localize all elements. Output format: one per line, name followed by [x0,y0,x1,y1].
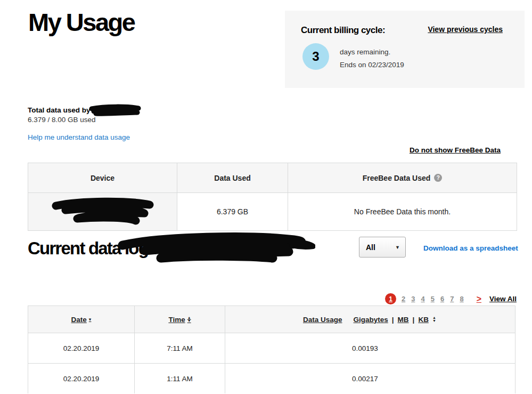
data-log-filter-select[interactable]: All ▼ [359,237,406,258]
data-usage-sort-control[interactable]: Data Usage [303,316,342,324]
page-button-3[interactable]: 3 [411,295,415,303]
device-table-header-row: Device Data Used FreeBee Data Used ? [28,163,517,192]
device-name-cell [28,192,177,230]
view-all-link[interactable]: View All [489,295,517,303]
data-log-table: Date ▾ Time ▲ ▼ Data Usage Gigabytes | M… [28,305,515,393]
sort-down-icon: ▼ [187,319,191,323]
page-button-2[interactable]: 2 [401,295,406,303]
usage-summary-text: 6.379 / 8.00 GB used [28,116,96,124]
device-table-row: 6.379 GB No FreeBee Data this month. [28,192,517,230]
unit-separator: | [413,316,415,324]
redaction-scribble [50,196,156,227]
freebee-column-header: FreeBee Data Used ? [288,163,517,192]
data-used-column-header: Data Used [177,163,288,192]
billing-cycle-label: Current billing cycle: [301,25,385,36]
data-used-cell: 6.379 GB [177,192,288,230]
data-log-row: 02.20.2019 1:11 AM 0.00217 [28,363,515,393]
billing-cycle-panel: Current billing cycle: View previous cyc… [285,11,525,88]
page-button-5[interactable]: 5 [430,295,435,303]
data-log-heading: Current data log for [28,238,173,259]
time-sort-control[interactable]: Time ▲ ▼ [168,316,191,324]
log-time-cell: 7:11 AM [135,333,225,363]
data-log-row: 02.20.2019 7:11 AM 0.00193 [28,333,515,363]
log-usage-cell: 0.00217 [225,363,515,393]
help-data-usage-link[interactable]: Help me understand data usage [28,133,130,141]
date-sort-control[interactable]: Date ▾ [71,316,92,324]
unit-kb-link[interactable]: KB [418,316,429,324]
unit-separator: | [392,316,394,324]
redaction-scribble [88,104,142,117]
usage-column-header: Data Usage Gigabytes | MB | KB ▲ ▼ [225,306,515,333]
sort-both-icon: ▲ ▼ [187,316,191,323]
freebee-data-cell: No FreeBee Data this month. [288,192,517,230]
hide-freebee-data-link[interactable]: Do not show FreeBee Data [410,146,501,154]
next-page-icon[interactable]: > [477,294,481,304]
billing-cycle-details: days remaining. Ends on 02/23/2019 [340,46,404,71]
cycle-end-date: Ends on 02/23/2019 [340,59,404,71]
device-column-header: Device [28,163,177,192]
view-previous-cycles-link[interactable]: View previous cycles [428,25,503,34]
page-button-4[interactable]: 4 [420,295,425,303]
chevron-down-icon: ▼ [395,245,400,250]
data-log-header-row: Date ▾ Time ▲ ▼ Data Usage Gigabytes | M… [28,306,515,333]
total-data-used-label: Total data used by [28,106,91,114]
log-date-cell: 02.20.2019 [28,333,135,363]
unit-mb-link[interactable]: MB [398,316,409,324]
page-button-1[interactable]: 1 [385,293,396,304]
days-remaining-text: days remaining. [340,46,404,59]
page-button-6[interactable]: 6 [440,295,445,303]
my-usage-page: My Usage Current billing cycle: View pre… [0,0,532,394]
page-title: My Usage [28,7,134,37]
days-remaining-badge: 3 [302,43,329,70]
freebee-help-icon[interactable]: ? [434,174,442,182]
filter-selected-value: All [366,243,395,252]
date-header-label: Date [71,316,87,324]
log-date-cell: 02.20.2019 [28,363,135,393]
sort-both-icon: ▲ ▼ [432,316,436,323]
sort-desc-icon: ▾ [89,317,92,322]
unit-gigabytes-link[interactable]: Gigabytes [354,316,388,324]
time-column-header: Time ▲ ▼ [135,306,225,333]
page-button-8[interactable]: 8 [459,295,464,303]
sort-down-icon: ▼ [432,319,436,323]
download-spreadsheet-link[interactable]: Download as a spreadsheet [423,244,518,252]
page-button-7[interactable]: 7 [449,295,454,303]
freebee-header-label: FreeBee Data Used [363,174,431,182]
log-time-cell: 1:11 AM [135,363,225,393]
pagination: 1 2 3 4 5 6 7 8 > View All [385,293,517,304]
time-header-label: Time [168,316,185,324]
date-column-header: Date ▾ [28,306,135,333]
device-usage-table: Device Data Used FreeBee Data Used ? 6.3… [28,163,517,231]
log-usage-cell: 0.00193 [225,333,515,363]
